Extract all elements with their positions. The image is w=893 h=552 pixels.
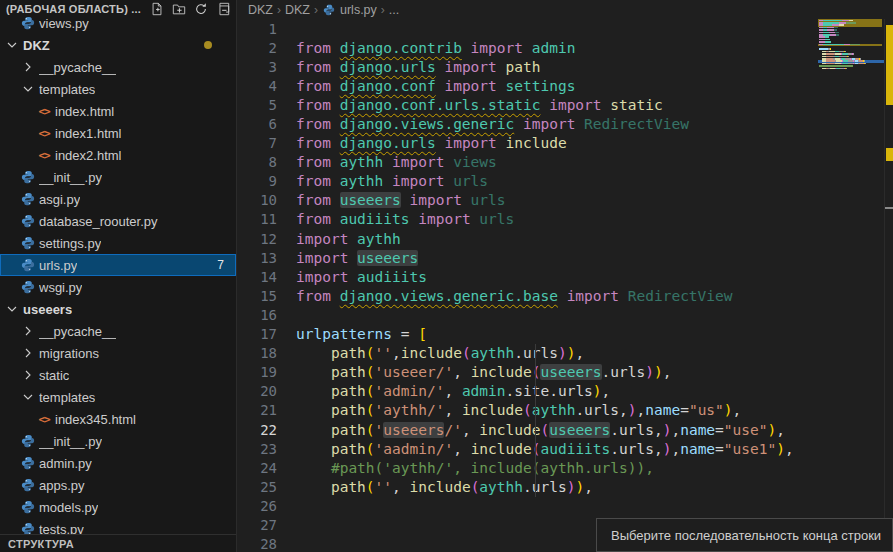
code-line-3[interactable]: 3from django.urls import path xyxy=(237,57,818,76)
code-line-17[interactable]: 17urlpatterns = [ xyxy=(237,325,818,344)
line-number: 20 xyxy=(237,383,277,399)
tree-item-static[interactable]: static xyxy=(0,364,236,386)
code-line-21[interactable]: 21 path('aythh/', include(aythh.urls,),n… xyxy=(237,401,818,420)
vscode-window: (РАБОЧАЯ ОБЛАСТЬ) ... views.pyDKZ__pycac… xyxy=(0,0,893,552)
line-number: 22 xyxy=(237,422,277,438)
code-line-24[interactable]: 24 #path('aythh/', include(aythh.urls)), xyxy=(237,458,818,477)
code-line-2[interactable]: 2from django.contrib import admin xyxy=(237,38,818,57)
code-line-7[interactable]: 7from django.urls import include xyxy=(237,134,818,153)
python-file-icon xyxy=(20,169,36,185)
tree-item-index-html[interactable]: <>index.html xyxy=(0,100,236,122)
code-line-6[interactable]: 6from django.views.generic import Redire… xyxy=(237,114,818,133)
tree-item-templates[interactable]: templates xyxy=(0,386,236,408)
tree-item-label: database_roouter.py xyxy=(39,214,158,229)
code-line-15[interactable]: 15from django.views.generic.base import … xyxy=(237,286,818,305)
outline-label: СТРУКТУРА xyxy=(8,538,74,550)
tree-item-useeers[interactable]: useeers xyxy=(0,298,236,320)
code-line-1[interactable]: 1 xyxy=(237,19,818,38)
tree-item--pycache-[interactable]: __pycache__ xyxy=(0,320,236,342)
tree-item--init-py[interactable]: __init__.py xyxy=(0,166,236,188)
tree-item-settings-py[interactable]: settings.py xyxy=(0,232,236,254)
tree-item-database-roouter-py[interactable]: database_roouter.py xyxy=(0,210,236,232)
tree-item--init-py[interactable]: __init__.py xyxy=(0,430,236,452)
explorer-section-header: (РАБОЧАЯ ОБЛАСТЬ) ... xyxy=(0,0,236,16)
tree-item-index345-html[interactable]: <>index345.html xyxy=(0,408,236,430)
code-line-4[interactable]: 4from django.conf import settings xyxy=(237,76,818,95)
line-number: 4 xyxy=(237,78,277,94)
code-line-22[interactable]: 22 path('useeers/', include(useeers.urls… xyxy=(237,420,818,439)
breadcrumb-item[interactable]: ... xyxy=(389,3,399,17)
indent-guide xyxy=(535,344,536,497)
code-line-11[interactable]: 11from audiiits import urls xyxy=(237,210,818,229)
tree-item-apps-py[interactable]: apps.py xyxy=(0,474,236,496)
line-number: 17 xyxy=(237,326,277,342)
new-file-icon[interactable] xyxy=(150,2,164,16)
line-number: 10 xyxy=(237,192,277,208)
line-number: 11 xyxy=(237,211,277,227)
line-number: 28 xyxy=(237,536,277,552)
line-content: path('useeer/', include(useeers.urls)), xyxy=(296,364,671,380)
breadcrumb-item[interactable]: DKZ xyxy=(248,3,273,17)
code-line-13[interactable]: 13import useeers xyxy=(237,248,818,267)
code-line-19[interactable]: 19 path('useeer/', include(useeers.urls)… xyxy=(237,363,818,382)
tree-item--pycache-[interactable]: __pycache__ xyxy=(0,56,236,78)
line-number: 12 xyxy=(237,231,277,247)
tree-item-label: asgi.py xyxy=(39,192,80,207)
code-line-26[interactable]: 26 xyxy=(237,496,818,515)
breadcrumb-item[interactable]: DKZ xyxy=(285,3,310,17)
tree-item-label: __init__.py xyxy=(39,170,102,185)
code-line-20[interactable]: 20 path('admin/', admin.site.urls), xyxy=(237,382,818,401)
ruler-warning-mark xyxy=(886,25,893,105)
line-content: path('admin/', admin.site.urls), xyxy=(296,383,610,399)
tree-item-asgi-py[interactable]: asgi.py xyxy=(0,188,236,210)
code-line-8[interactable]: 8from aythh import views xyxy=(237,153,818,172)
code-line-23[interactable]: 23 path('aadmin/', include(audiiits.urls… xyxy=(237,439,818,458)
code-line-9[interactable]: 9from aythh import urls xyxy=(237,172,818,191)
line-content: path('',include(aythh.urls)), xyxy=(296,345,584,361)
tree-item-label: migrations xyxy=(39,346,99,361)
code-area[interactable]: 12from django.contrib import admin3from … xyxy=(237,19,818,552)
line-content: from django.conf import settings xyxy=(296,78,575,94)
tree-item-index2-html[interactable]: <>index2.html xyxy=(0,144,236,166)
new-folder-icon[interactable] xyxy=(172,2,186,16)
code-line-16[interactable]: 16 xyxy=(237,305,818,324)
line-content: from django.views.generic.base import Re… xyxy=(296,288,733,304)
code-line-25[interactable]: 25 path('', include(aythh.urls)), xyxy=(237,477,818,496)
tree-item-index1-html[interactable]: <>index1.html xyxy=(0,122,236,144)
line-content: from django.conf.urls.static import stat… xyxy=(296,97,663,113)
minimap[interactable] xyxy=(818,0,884,552)
collapse-all-icon[interactable] xyxy=(216,2,230,16)
outline-section-header[interactable]: СТРУКТУРА xyxy=(0,534,236,552)
code-line-12[interactable]: 12import aythh xyxy=(237,229,818,248)
line-content: from django.views.generic import Redirec… xyxy=(296,116,689,132)
code-line-5[interactable]: 5from django.conf.urls.static import sta… xyxy=(237,95,818,114)
code-line-10[interactable]: 10from useeers import urls xyxy=(237,191,818,210)
tree-item-models-py[interactable]: models.py xyxy=(0,496,236,518)
tree-item-dkz[interactable]: DKZ xyxy=(0,34,236,56)
tree-item-label: DKZ xyxy=(23,38,50,53)
editor-pane: DKZ›DKZ›urls.py›... 12from django.contri… xyxy=(237,0,893,552)
line-number: 16 xyxy=(237,307,277,323)
line-number: 9 xyxy=(237,173,277,189)
line-number: 8 xyxy=(237,154,277,170)
line-content: import useeers xyxy=(296,250,418,266)
line-number: 19 xyxy=(237,364,277,380)
eol-tooltip: Выберите последовательность конца строки xyxy=(596,518,893,552)
tree-item-migrations[interactable]: migrations xyxy=(0,342,236,364)
refresh-icon[interactable] xyxy=(194,2,208,16)
line-number: 6 xyxy=(237,116,277,132)
code-line-18[interactable]: 18 path('',include(aythh.urls)), xyxy=(237,344,818,363)
html-file-icon: <> xyxy=(36,125,52,141)
chevron-right-icon xyxy=(20,59,36,75)
breadcrumb-item[interactable]: urls.py xyxy=(322,3,377,17)
line-content: from useeers import urls xyxy=(296,192,506,208)
tree-item-templates[interactable]: templates xyxy=(0,78,236,100)
tree-item-urls-py[interactable]: urls.py7 xyxy=(0,254,236,276)
code-line-14[interactable]: 14import audiiits xyxy=(237,267,818,286)
tree-item-admin-py[interactable]: admin.py xyxy=(0,452,236,474)
tree-item-label: __pycache__ xyxy=(39,324,116,339)
line-number: 26 xyxy=(237,498,277,514)
breadcrumb-item-label: ... xyxy=(389,3,399,17)
tree-item-label: static xyxy=(39,368,69,383)
tree-item-wsgi-py[interactable]: wsgi.py xyxy=(0,276,236,298)
